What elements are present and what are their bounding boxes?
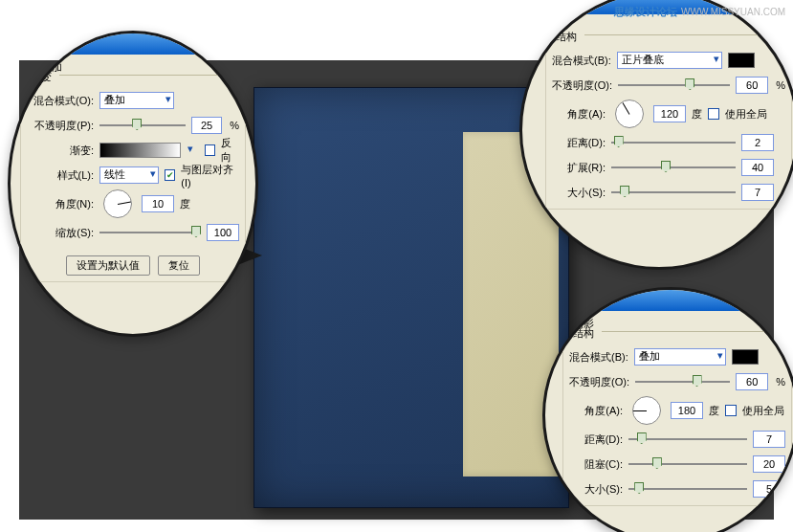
opacity-label: 不透明度(O): [569,375,629,389]
distance-input[interactable]: 2 [741,134,774,151]
angle-label: 角度(N): [27,197,94,211]
distance-slider[interactable] [628,432,747,447]
angle-label: 角度(A): [552,107,606,122]
opacity-slider[interactable] [99,118,186,133]
blend-mode-label: 混合模式(B): [569,350,628,365]
size-label: 大小(S): [552,186,606,200]
opacity-input[interactable]: 25 [191,117,222,134]
blend-mode-select[interactable]: 叠加 [634,348,726,366]
angle-unit: 度 [692,107,702,122]
size-slider[interactable] [611,185,736,200]
opacity-slider[interactable] [618,78,730,93]
align-label: 与图层对齐(I) [181,163,239,188]
angle-dial[interactable] [615,100,644,128]
scale-input[interactable]: 100 [207,224,239,241]
group-label: 结构 [573,326,602,341]
gradient-label: 渐变: [27,144,94,158]
reverse-checkbox[interactable] [205,144,215,156]
opacity-input[interactable]: 60 [736,373,768,390]
blend-mode-value: 正片叠底 [622,54,664,65]
size-label: 大小(S): [569,482,623,497]
opacity-unit: % [776,79,785,91]
global-light-checkbox[interactable] [725,405,737,416]
global-label: 使用全局 [725,107,767,122]
blend-mode-label: 混合模式(O): [27,94,94,108]
angle-dial[interactable] [632,396,661,425]
size-input[interactable]: 5 [753,480,785,498]
opacity-slider[interactable] [635,374,730,389]
shadow-color[interactable] [732,349,759,365]
spread-slider[interactable] [611,160,736,175]
choke-input[interactable]: 20 [753,455,785,473]
distance-label: 距离(D): [552,136,606,150]
reset-button[interactable]: 复位 [158,255,200,276]
opacity-input[interactable]: 60 [736,77,768,94]
distance-input[interactable]: 7 [753,431,785,448]
size-slider[interactable] [628,481,747,497]
inner-shadow-panel: 内阴影 结构 混合模式(B): 叠加 不透明度(O): 60 % 角度(A): … [542,287,793,532]
opacity-unit: % [230,120,239,131]
blend-mode-label: 混合模式(B): [552,54,611,68]
angle-dial[interactable] [103,189,132,218]
angle-input[interactable]: 180 [671,402,703,419]
blend-mode-value: 叠加 [639,350,660,362]
opacity-unit: % [776,376,785,388]
scale-slider[interactable] [99,225,201,240]
scale-label: 缩放(S): [27,226,94,240]
spread-label: 扩展(R): [552,161,606,175]
spread-input[interactable]: 40 [741,159,774,176]
style-select[interactable]: 线性 [99,166,159,184]
watermark-cn: 思缘设计论坛 [614,6,677,17]
angle-label: 角度(A): [569,404,623,418]
shadow-color[interactable] [728,53,755,68]
blend-mode-select[interactable]: 叠加 [99,92,174,109]
gradient-overlay-panel: 渐变叠加 渐变 混合模式(O): 叠加 不透明度(P): 25 % 渐变: 反向 [8,31,258,337]
set-default-button[interactable]: 设置为默认值 [66,255,150,276]
titlebar [11,33,255,55]
reverse-label: 反向 [221,136,239,165]
angle-unit: 度 [180,197,190,211]
angle-input[interactable]: 120 [653,105,686,122]
group-label: 结构 [556,30,584,44]
distance-label: 距离(D): [569,432,623,447]
choke-slider[interactable] [628,456,747,472]
global-label: 使用全局 [742,404,784,418]
watermark-en: WWW.MISSYUAN.COM [681,7,785,17]
choke-label: 阻塞(C): [569,457,623,472]
style-label: 样式(L): [27,168,94,183]
style-value: 线性 [104,168,125,180]
opacity-label: 不透明度(P): [27,119,94,133]
angle-unit: 度 [709,404,719,418]
opacity-label: 不透明度(O): [552,78,612,93]
drop-shadow-panel: 投影 结构 混合模式(B): 正片叠底 不透明度(O): 60 % 角度(A):… [519,0,793,270]
global-light-checkbox[interactable] [708,108,719,120]
watermark: 思缘设计论坛 WWW.MISSYUAN.COM [614,4,785,19]
distance-slider[interactable] [611,135,736,150]
align-checkbox[interactable]: ✔ [165,169,175,181]
blend-mode-value: 叠加 [104,94,125,105]
angle-input[interactable]: 10 [142,195,174,212]
gradient-picker[interactable] [99,143,181,158]
size-input[interactable]: 7 [741,184,774,201]
blend-mode-select[interactable]: 正片叠底 [617,52,722,69]
